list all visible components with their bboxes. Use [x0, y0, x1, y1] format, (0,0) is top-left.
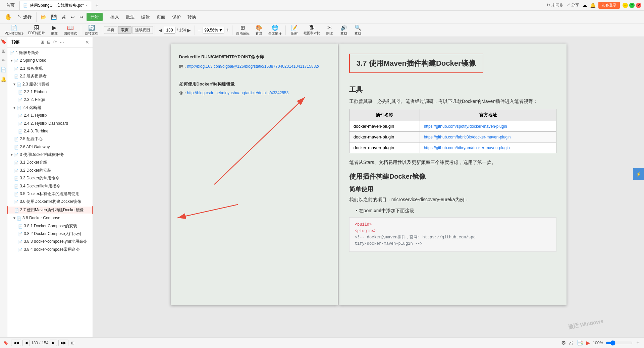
- status-icon-3[interactable]: 📑: [577, 340, 583, 346]
- status-icon-2[interactable]: 🖨: [569, 340, 574, 346]
- menu-convert[interactable]: 转换: [185, 13, 199, 21]
- new-tab-button[interactable]: +: [93, 1, 101, 10]
- pdf-to-office-btn[interactable]: 📄 PDF转Office: [3, 24, 25, 37]
- menu-page[interactable]: 页面: [154, 13, 168, 21]
- sidebar-item-2-3[interactable]: ▼ 📄 2.3 服务消费者: [7, 80, 93, 88]
- status-bookmark-icon[interactable]: 🔖: [3, 341, 8, 345]
- link1[interactable]: http://blog.163.com/digoal@126/blog/stat…: [187, 64, 319, 69]
- status-icon-1[interactable]: ⚙: [561, 340, 566, 346]
- sidebar-item-2-4-3[interactable]: 📄 2.4.3. Turbine: [7, 127, 93, 135]
- menu-insert[interactable]: 插入: [108, 13, 122, 21]
- play-btn[interactable]: ▶ 播放: [48, 24, 61, 37]
- read-mode-btn[interactable]: 📖 阅读模式: [62, 24, 79, 37]
- sidebar-item-3-8-2[interactable]: 📄 3.8.2 Docker Compose入门示例: [7, 230, 93, 238]
- pdf-content-area[interactable]: Dockerfile RUN/CMD/ENTRYPOINT命令详 解：http:…: [93, 37, 644, 337]
- zoom-out-btn[interactable]: －: [197, 26, 202, 34]
- alert-panel-icon[interactable]: 🔔: [1, 76, 6, 82]
- sidebar-item-spring-cloud[interactable]: ▼ 📄 2 Spring Cloud: [7, 57, 93, 64]
- print-btn[interactable]: 🖨: [60, 13, 68, 21]
- plugin-link-1[interactable]: https://github.com/spotify/docker-maven-…: [424, 124, 507, 129]
- sidebar-close-btn[interactable]: ✕: [85, 40, 89, 45]
- sidebar-item-3-3[interactable]: 📄 3.3 Docker的常用命令: [7, 174, 93, 182]
- zoom-in-btn[interactable]: ＋: [225, 26, 230, 34]
- sidebar-item-3-1[interactable]: 📄 3.1 Docker介绍: [7, 159, 93, 166]
- status-zoom-in-btn[interactable]: ＋: [635, 339, 641, 346]
- menu-annotate[interactable]: 批注: [123, 13, 137, 21]
- sidebar-expand-btn[interactable]: ⊞: [40, 39, 45, 45]
- close-button[interactable]: ✕: [636, 3, 641, 8]
- pdf-tab[interactable]: 📄 使用SpringCl...实战微服务.pdf ×: [19, 1, 91, 10]
- plugin-link-3[interactable]: https://github.com/bibryam/docker-maven-…: [424, 146, 510, 150]
- fulltext-translate-btn[interactable]: 📝 压缩: [287, 24, 301, 37]
- sidebar-item-3-8[interactable]: ▼ 📄 3.8 Docker Compose: [7, 214, 93, 222]
- minimize-button[interactable]: ─: [623, 3, 628, 8]
- status-next-page-btn[interactable]: ▶: [50, 340, 57, 346]
- sidebar-refresh-btn[interactable]: ⟳: [53, 39, 58, 45]
- select-tool-btn[interactable]: ↖ 选择: [15, 13, 34, 21]
- status-prev-btn[interactable]: ◀◀: [11, 340, 21, 346]
- plugin-url-2[interactable]: https://github.com/fabric8io/docker-mave…: [420, 131, 556, 142]
- save-btn[interactable]: 💾: [49, 13, 58, 21]
- plugin-url-3[interactable]: https://github.com/bibryam/docker-maven-…: [420, 142, 556, 153]
- status-fit-icon[interactable]: ⊞: [71, 341, 74, 345]
- sidebar-collapse-btn[interactable]: ⊟: [46, 39, 51, 45]
- redo-btn[interactable]: ↪: [78, 13, 85, 21]
- pdf-to-image-btn[interactable]: 🖼 PDF转图片: [26, 24, 47, 36]
- auto-fit-btn[interactable]: ⊞ 自动适应: [234, 24, 252, 37]
- annot-panel-icon[interactable]: ✏: [2, 58, 6, 63]
- sidebar-item-3-2[interactable]: 📄 3.2 Docker的安装: [7, 167, 93, 174]
- sidebar-item-2-3-1[interactable]: 📄 2.3.1 Ribbon: [7, 88, 93, 96]
- sidebar-item-3[interactable]: ▼ 📄 3 使用Docker构建微服务: [7, 151, 93, 159]
- translate-btn[interactable]: 🌐 全文翻译: [266, 24, 284, 37]
- sidebar-item-2-4-1[interactable]: 📄 2.4.1. Hystrix: [7, 112, 93, 119]
- pdf-tab-close[interactable]: ×: [86, 3, 88, 7]
- link2[interactable]: http://blog.csdn.net/qinyushuang/article…: [187, 91, 289, 95]
- single-page-btn[interactable]: 单页: [104, 26, 117, 34]
- undo-btn[interactable]: ↩: [69, 13, 76, 21]
- zoom-area[interactable]: 99.56% ▼: [203, 27, 224, 34]
- sidebar-item-3-8-1[interactable]: 📄 3.8.1 Docker Compose的安装: [7, 222, 93, 230]
- share-icon[interactable]: ↗ 分享: [566, 2, 579, 8]
- maximize-button[interactable]: □: [629, 3, 635, 8]
- thumbnail-panel-icon[interactable]: ⊞: [2, 48, 6, 54]
- continuous-btn[interactable]: 连续视图: [132, 26, 153, 34]
- status-youtube-icon[interactable]: ▶: [586, 340, 590, 346]
- cloud-icon[interactable]: ☁: [582, 2, 587, 8]
- sidebar-item-microservice[interactable]: 📄 1 微服务简介: [7, 49, 93, 57]
- sidebar-item-3-7[interactable]: 📄 3.7 使用Maven插件构建Docker镜像: [7, 206, 93, 214]
- page-panel-icon[interactable]: 📄: [1, 67, 6, 72]
- rp-icon-1[interactable]: ⚡: [634, 170, 643, 178]
- prev-page-btn[interactable]: ◀: [159, 27, 162, 33]
- alert-icon[interactable]: 🔔: [590, 3, 596, 8]
- sidebar-item-2-4-2[interactable]: 📄 2.4.2. Hystrix Dashboard: [7, 120, 93, 127]
- plugin-url-1[interactable]: https://github.com/spotify/docker-maven-…: [420, 121, 556, 131]
- next-page-btn[interactable]: ▶: [187, 27, 191, 33]
- plugin-link-2[interactable]: https://github.com/fabric8io/docker-mave…: [424, 135, 511, 139]
- sidebar-item-2-6[interactable]: 📄 2.6 API Gateway: [7, 143, 93, 151]
- hand-tool-btn[interactable]: ✋: [3, 13, 14, 21]
- start-button[interactable]: 开始: [87, 13, 103, 21]
- home-tab[interactable]: 首页: [3, 1, 18, 10]
- page-input[interactable]: [164, 27, 175, 34]
- sidebar-item-3-8-4[interactable]: 📄 3.8.4 docker-compose常用命令: [7, 246, 93, 253]
- sidebar-item-3-4[interactable]: 📄 3.4 Dockerfile常用指令: [7, 182, 93, 190]
- find-btn[interactable]: 🔍 查找: [351, 24, 365, 37]
- sidebar-item-3-6[interactable]: 📄 3.6 使用Dockerfile构建Docker镜像: [7, 198, 93, 206]
- status-prev-page-btn[interactable]: ◀: [22, 340, 30, 346]
- bookmark-panel-icon[interactable]: 🔖: [1, 39, 6, 44]
- screenshot-btn[interactable]: ✂ 朗读: [323, 24, 336, 37]
- sidebar-item-2-5[interactable]: 📄 2.5 配置中心: [7, 135, 93, 143]
- double-page-btn[interactable]: 双页: [118, 26, 131, 34]
- sidebar-item-2-2[interactable]: 📄 2.2 服务提供者: [7, 72, 93, 80]
- menu-edit[interactable]: 编辑: [139, 13, 153, 21]
- sidebar-item-3-5[interactable]: 📄 3.5 Docker私有仓库的搭建与使用: [7, 190, 93, 198]
- zoom-slider[interactable]: [606, 340, 633, 346]
- sidebar-item-2-3-2[interactable]: 📄 2.3.2. Feign: [7, 96, 93, 104]
- status-next-btn[interactable]: ▶▶: [58, 340, 68, 346]
- read-aloud-btn[interactable]: 🔊 查找: [337, 24, 351, 37]
- menu-protect[interactable]: 保护: [169, 13, 183, 21]
- sidebar-item-2-1[interactable]: 📄 2.1 服务发现: [7, 65, 93, 72]
- rotate-btn[interactable]: 🔄 旋转文档: [83, 24, 100, 37]
- background-btn[interactable]: 🎨 背景: [252, 24, 266, 37]
- visit-login-button[interactable]: 访客登录: [598, 2, 620, 9]
